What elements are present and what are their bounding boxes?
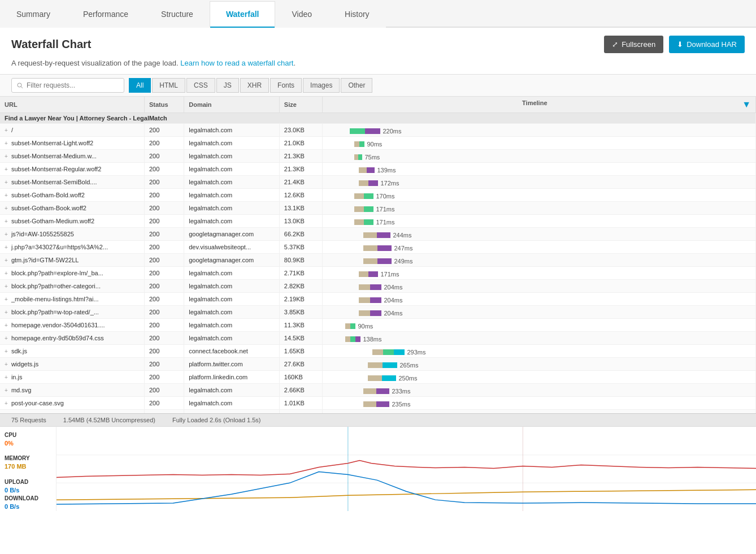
url-cell: + _mobile-menu-listings.html?ai... [0, 293, 144, 306]
timeline-cell: 293ms [323, 345, 756, 358]
domain-cell: legalmatch.com [184, 150, 280, 163]
expand-icon: + [5, 361, 8, 367]
domain-cell: legalmatch.com [184, 215, 280, 228]
expand-icon: + [5, 387, 8, 393]
filter-fonts[interactable]: Fonts [270, 78, 302, 93]
memory-title: MEMORY [5, 455, 51, 462]
timeline-cell: 247ms [323, 241, 756, 254]
header-buttons: ⤢ Fullscreen ⬇ Download HAR [604, 36, 745, 53]
domain-cell: legalmatch.com [184, 293, 280, 306]
size-cell: 21.3KB [279, 163, 323, 176]
tab-history[interactable]: History [328, 1, 386, 28]
url-cell: + widgets.js [0, 358, 144, 371]
domain-cell: dev.visualwebsiteopt... [184, 241, 280, 254]
url-text: subset-Gotham-Book.woff2 [11, 205, 86, 211]
url-text: post-your-case.svg [11, 400, 64, 406]
timeline-cell: 170ms [323, 189, 756, 202]
url-text: block.php?path=other-categori... [11, 283, 101, 289]
domain-cell: legalmatch.com [184, 332, 280, 345]
url-cell: + subset-Montserrat-Regular.woff2 [0, 163, 144, 176]
expand-icon: + [5, 374, 8, 380]
url-text: js?id=AW-1055255825 [11, 231, 74, 237]
download-label: Download HAR [687, 40, 737, 49]
url-cell: + subset-Gotham-Medium.woff2 [0, 215, 144, 228]
filter-images[interactable]: Images [303, 78, 340, 93]
description: A request-by-request visualization of th… [0, 59, 756, 74]
filter-html[interactable]: HTML [152, 78, 185, 93]
download-icon: ⬇ [677, 40, 683, 49]
fullscreen-button[interactable]: ⤢ Fullscreen [604, 36, 663, 53]
filter-input[interactable] [11, 78, 124, 93]
waterfall-table-container[interactable]: URL Status Domain Size Timeline ▼ Find a… [0, 97, 756, 413]
timeline-cell: 139ms [323, 163, 756, 176]
table-row: + homepage.vendor-3504d01631.... 200 leg… [0, 319, 756, 332]
expand-icon: + [5, 270, 8, 276]
expand-icon: + [5, 322, 8, 328]
expand-icon: + [5, 127, 8, 133]
domain-cell: legalmatch.com [184, 202, 280, 215]
url-cell: + subset-Gotham-Book.woff2 [0, 202, 144, 215]
status-cell: 200 [144, 137, 184, 150]
url-text: review-responses.svg [11, 413, 71, 413]
status-cell: 200 [144, 332, 184, 345]
url-cell: + js?id=AW-1055255825 [0, 228, 144, 241]
size-cell: 160KB [279, 371, 323, 384]
cpu-label-item: CPU 0% [5, 431, 51, 448]
url-cell: + in.js [0, 371, 144, 384]
filter-xhr[interactable]: XHR [240, 78, 269, 93]
tab-structure[interactable]: Structure [145, 1, 210, 28]
expand-icon: + [5, 296, 8, 302]
url-text: homepage.vendor-3504d01631.... [11, 322, 105, 328]
tab-bar: Summary Performance Structure Waterfall … [0, 0, 756, 28]
table-body: Find a Lawyer Near You | Attorney Search… [0, 113, 756, 414]
tab-summary[interactable]: Summary [0, 1, 67, 28]
status-cell: 200 [144, 124, 184, 137]
domain-cell: legalmatch.com [184, 189, 280, 202]
table-header-row: URL Status Domain Size Timeline ▼ [0, 97, 756, 113]
timeline-cell: 242ms [323, 410, 756, 414]
url-cell: + md.svg [0, 384, 144, 397]
tab-performance[interactable]: Performance [67, 1, 145, 28]
resource-chart-svg [57, 427, 756, 511]
timeline-cell: 220ms [323, 124, 756, 137]
filter-all[interactable]: All [129, 78, 151, 93]
filter-css[interactable]: CSS [186, 78, 215, 93]
size-cell: 21.0KB [279, 137, 323, 150]
table-row: + md.svg 200 legalmatch.com 2.66KB 233ms [0, 384, 756, 397]
url-cell: + homepage.vendor-3504d01631.... [0, 319, 144, 332]
table-row: + subset-Montserrat-Light.woff2 200 lega… [0, 137, 756, 150]
url-cell: + block.php?path=other-categori... [0, 280, 144, 293]
table-row: + gtm.js?id=GTM-5W22LL 200 googletagmana… [0, 254, 756, 267]
table-row: + j.php?a=343027&u=https%3A%2... 200 dev… [0, 241, 756, 254]
filter-js[interactable]: JS [216, 78, 239, 93]
url-cell: + block.php?path=explore-lm/_ba... [0, 267, 144, 280]
domain-cell: legalmatch.com [184, 280, 280, 293]
expand-icon: + [5, 179, 8, 185]
domain-cell: legalmatch.com [184, 137, 280, 150]
size-cell: 1.65KB [279, 345, 323, 358]
learn-more-link[interactable]: Learn how to read a waterfall chart [180, 59, 293, 67]
status-cell: 200 [144, 306, 184, 319]
table-row: + widgets.js 200 platform.twitter.com 27… [0, 358, 756, 371]
url-text: gtm.js?id=GTM-5W22LL [11, 257, 79, 263]
table-row: + subset-Montserrat-Regular.woff2 200 le… [0, 163, 756, 176]
size-cell: 21.3KB [279, 150, 323, 163]
tab-waterfall[interactable]: Waterfall [210, 1, 276, 28]
download-har-button[interactable]: ⬇ Download HAR [669, 36, 745, 53]
status-cell: 200 [144, 254, 184, 267]
table-row: + sdk.js 200 connect.facebook.net 1.65KB… [0, 345, 756, 358]
size-cell: 80.9KB [279, 254, 323, 267]
url-text: subset-Montserrat-SemiBold.... [11, 179, 97, 185]
size-cell: 1.01KB [279, 397, 323, 410]
tab-video[interactable]: Video [275, 1, 328, 28]
upload-download-label-item: UPLOAD 0 B/s DOWNLOAD 0 B/s [5, 478, 51, 511]
url-text: block.php?path=w-top-rated/_... [11, 309, 99, 315]
description-text: A request-by-request visualization of th… [11, 59, 179, 67]
size-cell: 13.0KB [279, 215, 323, 228]
filter-other[interactable]: Other [341, 78, 372, 93]
col-header-url: URL [0, 97, 144, 113]
expand-icon: + [5, 335, 8, 341]
memory-value: 170 MB [5, 462, 51, 471]
domain-cell: legalmatch.com [184, 306, 280, 319]
size-cell: 13.1KB [279, 202, 323, 215]
